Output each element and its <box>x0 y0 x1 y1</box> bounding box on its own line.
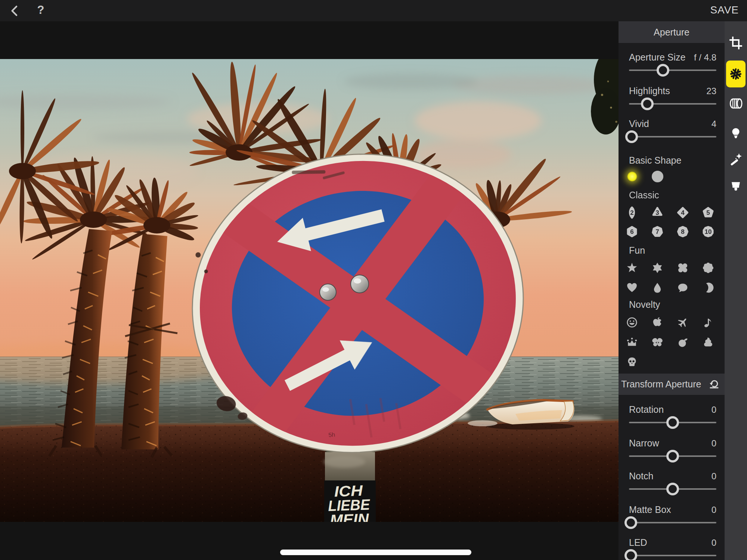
shape-icon: 2 <box>624 205 639 220</box>
shape-star-6point[interactable] <box>645 258 670 278</box>
slider-track[interactable] <box>629 522 716 523</box>
shape-icon <box>626 356 638 368</box>
shape-note[interactable] <box>695 312 721 332</box>
shape-icon: 8 <box>675 224 690 239</box>
slider-track[interactable] <box>629 103 716 105</box>
slider-label: Rotation <box>629 404 664 415</box>
shape-blades-6[interactable]: 6 <box>619 222 645 241</box>
tool-rail <box>725 21 747 560</box>
tool-crop[interactable] <box>728 35 744 51</box>
shape-icon <box>652 337 663 348</box>
save-button[interactable]: SAVE <box>710 4 739 16</box>
sign-pole: ICH LIEBE MEIN <box>323 444 376 522</box>
svg-text:3: 3 <box>655 209 659 216</box>
back-button[interactable] <box>9 4 22 17</box>
slider-track[interactable] <box>629 136 716 137</box>
shape-icon <box>626 262 638 273</box>
slider-value: 23 <box>706 86 716 96</box>
shape-droplet[interactable] <box>645 278 670 297</box>
reset-transform-button[interactable] <box>707 377 721 391</box>
back-chevron-icon <box>9 13 22 18</box>
slider-knob[interactable] <box>666 450 679 462</box>
tool-light[interactable] <box>728 125 744 142</box>
shape-heart[interactable] <box>619 278 645 297</box>
slider-track[interactable] <box>629 422 716 423</box>
svg-text:5: 5 <box>706 209 710 216</box>
slider-knob[interactable] <box>666 483 679 495</box>
tool-magic[interactable] <box>728 151 744 168</box>
home-indicator[interactable] <box>280 550 471 555</box>
shape-poop[interactable] <box>695 332 721 352</box>
shape-circle[interactable] <box>645 168 670 185</box>
shape-blades-3[interactable]: 3 <box>645 203 670 222</box>
slider-knob[interactable] <box>624 516 637 529</box>
shape-apple[interactable] <box>645 312 670 332</box>
slider-track[interactable] <box>629 69 716 71</box>
slider-label: Matte Box <box>629 504 671 515</box>
aperture-panel: Aperture Aperture Size f / 4.8 Highlight… <box>619 21 725 560</box>
top-bar: ? SAVE <box>0 0 747 21</box>
tool-lens[interactable] <box>728 95 744 112</box>
slider-value: 0 <box>712 505 716 515</box>
basic-shape-label: Basic Shape <box>629 155 681 166</box>
shape-flower[interactable] <box>695 258 721 278</box>
slider-track[interactable] <box>629 488 716 490</box>
slider-value: 0 <box>712 405 716 415</box>
slider-vivid: Vivid 4 <box>629 118 716 145</box>
shape-icon <box>703 317 714 328</box>
tool-aperture[interactable] <box>726 61 746 87</box>
transform-aperture-title: Transform Aperture <box>621 374 701 395</box>
panel-title: Aperture <box>619 21 725 43</box>
shape-icon: 5 <box>701 205 716 220</box>
slider-rotation: Rotation 0 <box>629 404 716 431</box>
slider-knob[interactable] <box>641 98 654 110</box>
slider-knob[interactable] <box>625 130 638 143</box>
shape-smiley[interactable] <box>619 312 645 332</box>
shape-icon <box>626 282 638 293</box>
app-window: ICH LIEBE MEIN <box>0 0 747 560</box>
slider-knob[interactable] <box>666 416 679 429</box>
tool-brush[interactable] <box>728 179 744 195</box>
shape-icon <box>677 337 688 348</box>
slider-value: 0 <box>712 538 716 548</box>
shape-cherry[interactable] <box>670 332 695 352</box>
slider-highlights: Highlights 23 <box>629 86 716 112</box>
svg-text:10: 10 <box>705 228 712 235</box>
shape-star[interactable] <box>619 258 645 278</box>
slider-label: Highlights <box>629 86 670 96</box>
photo-canvas[interactable]: ICH LIEBE MEIN <box>0 21 619 560</box>
help-button[interactable]: ? <box>34 3 47 18</box>
shape-blades-2[interactable]: 2 <box>619 203 645 222</box>
shape-skull[interactable] <box>619 352 645 372</box>
shape-blades-8[interactable]: 8 <box>670 222 695 241</box>
tool-icon <box>728 35 743 50</box>
slider-track[interactable] <box>629 555 716 556</box>
shape-clover[interactable] <box>670 258 695 278</box>
svg-text:MEIN: MEIN <box>330 510 370 522</box>
shape-speech[interactable] <box>670 278 695 297</box>
shape-icon <box>652 171 663 182</box>
shape-blades-10[interactable]: 10 <box>695 222 721 241</box>
undo-icon <box>708 386 720 391</box>
classic-options: 2 3 4 5 6 7 8 10 <box>619 203 722 241</box>
shape-icon <box>652 262 663 273</box>
slider-track[interactable] <box>629 455 716 457</box>
shape-icon: 4 <box>675 205 690 220</box>
shape-crown[interactable] <box>619 332 645 352</box>
slider-label: Narrow <box>629 438 659 449</box>
slider-knob[interactable] <box>657 64 669 77</box>
svg-text:7: 7 <box>655 228 659 235</box>
shape-moon[interactable] <box>695 278 721 297</box>
fun-label: Fun <box>629 245 645 256</box>
shape-plane[interactable] <box>670 312 695 332</box>
basic-shape-options <box>619 168 722 185</box>
shape-icon: 10 <box>701 224 716 239</box>
shape-blades-7[interactable]: 7 <box>645 222 670 241</box>
shape-blades-5[interactable]: 5 <box>695 203 721 222</box>
slider-label: LED <box>629 537 647 548</box>
slider-knob[interactable] <box>624 549 637 560</box>
shape-butterfly[interactable] <box>645 332 670 352</box>
shape-soft-blur-dot[interactable] <box>619 168 645 185</box>
svg-text:2: 2 <box>630 209 633 216</box>
shape-blades-4[interactable]: 4 <box>670 203 695 222</box>
